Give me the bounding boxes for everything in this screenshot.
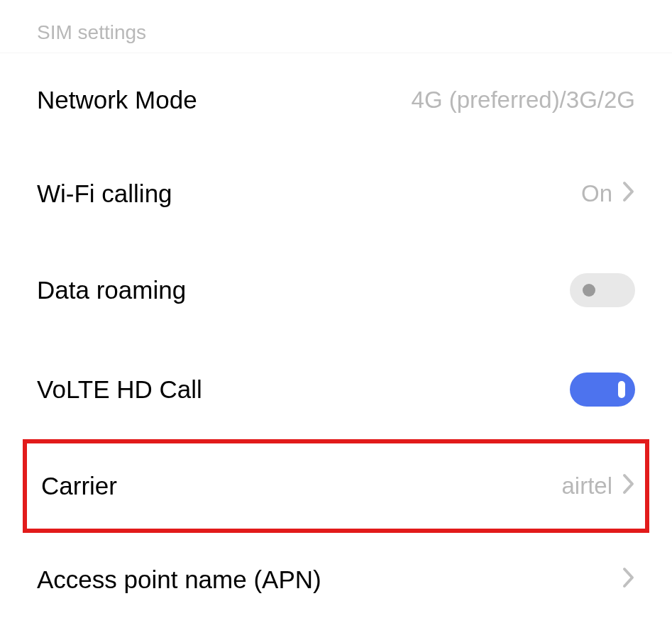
value-apn — [622, 567, 635, 592]
label-volte-hd-call: VoLTE HD Call — [37, 375, 202, 404]
row-carrier[interactable]: Carrier airtel — [23, 439, 649, 533]
value-wifi-calling: On — [581, 180, 635, 207]
row-wifi-calling[interactable]: Wi-Fi calling On — [0, 147, 672, 241]
chevron-right-icon — [622, 473, 635, 499]
toggle-data-roaming[interactable] — [570, 273, 635, 307]
label-carrier: Carrier — [41, 472, 117, 500]
section-title: SIM settings — [37, 21, 146, 43]
label-wifi-calling: Wi-Fi calling — [37, 180, 172, 208]
label-network-mode: Network Mode — [37, 86, 197, 114]
toggle-knob-icon — [618, 381, 625, 398]
row-apn[interactable]: Access point name (APN) — [0, 533, 672, 627]
value-network-mode: 4G (preferred)/3G/2G — [412, 87, 635, 114]
value-text-carrier: airtel — [561, 473, 612, 500]
label-apn: Access point name (APN) — [37, 565, 321, 594]
row-network-mode[interactable]: Network Mode 4G (preferred)/3G/2G — [0, 53, 672, 147]
toggle-volte-hd-call[interactable] — [570, 373, 635, 407]
value-carrier: airtel — [561, 473, 635, 500]
row-volte-hd-call[interactable]: VoLTE HD Call — [0, 340, 672, 439]
label-data-roaming: Data roaming — [37, 276, 186, 304]
toggle-knob-icon — [583, 284, 595, 297]
chevron-right-icon — [622, 567, 635, 592]
chevron-right-icon — [622, 181, 635, 206]
settings-list: Network Mode 4G (preferred)/3G/2G Wi-Fi … — [0, 53, 672, 627]
section-header-sim-settings: SIM settings — [0, 0, 672, 53]
row-data-roaming[interactable]: Data roaming — [0, 241, 672, 340]
value-text-wifi-calling: On — [581, 180, 612, 207]
